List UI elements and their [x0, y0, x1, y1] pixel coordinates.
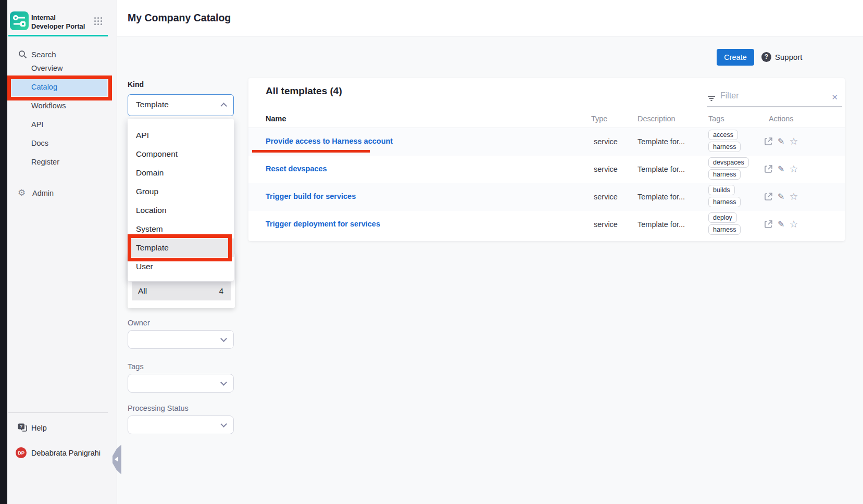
- tag-badge[interactable]: access: [708, 130, 738, 140]
- gear-icon: ⚙: [18, 184, 26, 203]
- kind-option-user[interactable]: User: [128, 257, 234, 276]
- row-actions: ✎ ☆: [764, 219, 798, 229]
- filter-icon: [707, 94, 716, 103]
- admin-label: Admin: [32, 184, 54, 203]
- sidebar-item-help[interactable]: ? Help: [7, 421, 117, 436]
- open-in-new-icon[interactable]: [764, 137, 773, 146]
- portal-logo-icon: [10, 11, 29, 32]
- portal-brand-title: Internal Developer Portal: [31, 14, 90, 31]
- tag-badge[interactable]: devspaces: [708, 157, 749, 168]
- help-chat-icon: ?: [17, 423, 28, 433]
- star-icon[interactable]: ☆: [789, 219, 798, 229]
- sidebar-item-register[interactable]: Register: [7, 153, 117, 171]
- question-icon: ?: [761, 52, 771, 62]
- kind-option-group[interactable]: Group: [128, 182, 234, 201]
- user-profile[interactable]: DP Debabrata Panigrahi: [7, 446, 117, 461]
- edit-icon[interactable]: ✎: [778, 220, 784, 229]
- kind-select[interactable]: Template: [128, 94, 234, 116]
- sidebar-divider: [8, 412, 108, 413]
- row-description: Template for...: [637, 137, 685, 146]
- column-name: Name: [266, 115, 286, 123]
- tag-badge[interactable]: harness: [708, 142, 741, 152]
- kind-select-value: Template: [136, 100, 169, 109]
- page-title: My Company Catalog: [128, 12, 231, 24]
- chevron-up-icon: [220, 103, 227, 109]
- search-label: Search: [31, 50, 56, 59]
- star-icon[interactable]: ☆: [789, 192, 798, 201]
- template-link[interactable]: Reset devspaces: [266, 165, 327, 173]
- tag-badge[interactable]: builds: [708, 185, 735, 195]
- row-type: service: [594, 165, 618, 173]
- user-name: Debabrata Panigrahi: [31, 449, 101, 457]
- kind-option-component[interactable]: Component: [128, 145, 234, 163]
- open-in-new-icon[interactable]: [764, 220, 773, 229]
- row-description: Template for...: [637, 193, 685, 201]
- kind-all-row[interactable]: All 4: [132, 282, 231, 300]
- create-button[interactable]: Create: [717, 49, 754, 66]
- table-row: Provide access to Harness account servic…: [248, 128, 845, 156]
- template-link[interactable]: Provide access to Harness account: [266, 137, 393, 145]
- support-label: Support: [775, 53, 803, 61]
- close-icon[interactable]: ✕: [831, 93, 838, 102]
- chevron-down-icon: [220, 421, 227, 427]
- edit-icon[interactable]: ✎: [778, 165, 784, 173]
- sidebar-item-workflows[interactable]: Workflows: [7, 96, 117, 115]
- edit-icon[interactable]: ✎: [778, 137, 784, 146]
- row-type: service: [594, 193, 618, 201]
- search-icon: [18, 50, 27, 59]
- row-description: Template for...: [637, 220, 685, 229]
- table-title: All templates (4): [266, 85, 342, 97]
- kind-option-location[interactable]: Location: [128, 201, 234, 220]
- processing-status-select[interactable]: [128, 415, 234, 434]
- row-actions: ✎ ☆: [764, 136, 798, 146]
- column-tags: Tags: [708, 115, 724, 123]
- column-description: Description: [637, 115, 676, 123]
- table-rows: Provide access to Harness account servic…: [248, 128, 845, 238]
- kind-dropdown-menu: API Component Domain Group Location Syst…: [128, 119, 234, 281]
- sidebar-item-catalog[interactable]: Catalog: [11, 78, 107, 96]
- tag-badge[interactable]: harness: [708, 224, 741, 235]
- kind-option-system[interactable]: System: [128, 220, 234, 238]
- row-actions: ✎ ☆: [764, 192, 798, 201]
- window-edge-strip: [0, 0, 7, 504]
- edit-icon[interactable]: ✎: [778, 193, 784, 201]
- star-icon[interactable]: ☆: [789, 164, 798, 174]
- template-link[interactable]: Trigger build for services: [266, 192, 356, 200]
- table-row: Trigger build for services service Templ…: [248, 183, 845, 211]
- sidebar-item-overview[interactable]: Overview: [7, 59, 117, 78]
- kind-option-api[interactable]: API: [128, 126, 234, 145]
- apps-grid-icon[interactable]: [94, 17, 103, 28]
- tags-select[interactable]: [128, 374, 234, 393]
- svg-text:?: ?: [20, 424, 22, 429]
- table-header-row: Name Type Description Tags Actions: [248, 114, 845, 128]
- column-actions: Actions: [769, 115, 794, 123]
- filter-input[interactable]: [720, 91, 824, 100]
- row-type: service: [594, 137, 618, 146]
- chevron-down-icon: [220, 335, 227, 342]
- sidebar-item-api[interactable]: API: [7, 115, 117, 134]
- sidebar-item-docs[interactable]: Docs: [7, 134, 117, 153]
- owner-select[interactable]: [128, 330, 234, 349]
- star-icon[interactable]: ☆: [789, 136, 798, 146]
- top-header: My Company Catalog: [117, 0, 863, 36]
- tag-badge[interactable]: harness: [708, 169, 741, 180]
- help-label: Help: [31, 424, 47, 432]
- row-actions: ✎ ☆: [764, 164, 798, 174]
- avatar: DP: [16, 447, 27, 458]
- row-tags: access harness: [708, 130, 741, 154]
- open-in-new-icon[interactable]: [764, 165, 773, 173]
- row-tags: devspaces harness: [708, 157, 749, 181]
- row-tags: deploy harness: [708, 212, 741, 236]
- kind-option-template[interactable]: Template: [128, 238, 234, 257]
- processing-status-label: Processing Status: [128, 404, 189, 412]
- kind-option-domain[interactable]: Domain: [128, 163, 234, 182]
- open-in-new-icon[interactable]: [764, 192, 773, 201]
- kind-all-count: 4: [219, 282, 223, 300]
- tag-badge[interactable]: harness: [708, 197, 741, 207]
- template-link[interactable]: Trigger deployment for services: [266, 220, 380, 228]
- sidebar-item-admin[interactable]: ⚙ Admin: [7, 184, 117, 203]
- kind-all-label: All: [138, 286, 147, 295]
- tag-badge[interactable]: deploy: [708, 212, 737, 223]
- main-area: My Company Catalog Create ? Support Kind…: [117, 0, 863, 504]
- table-filter: ✕: [707, 90, 842, 107]
